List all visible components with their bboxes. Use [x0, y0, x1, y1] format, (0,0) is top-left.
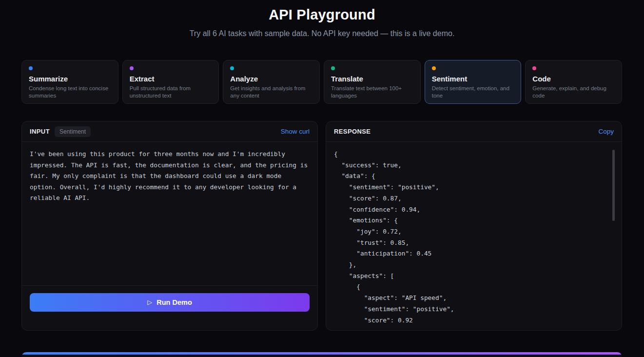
- next-section-gradient-bar: [21, 352, 622, 355]
- next-section-card: [21, 352, 622, 357]
- translate-dot-icon: [331, 66, 335, 70]
- task-card-extract[interactable]: Extract Pull structured data from unstru…: [122, 60, 219, 104]
- task-description: Get insights and analysis from any conte…: [230, 85, 312, 99]
- analyze-dot-icon: [230, 66, 234, 70]
- show-curl-link[interactable]: Show curl: [281, 128, 310, 135]
- response-panel-header: RESPONSE Copy: [326, 121, 622, 142]
- copy-link[interactable]: Copy: [598, 128, 614, 135]
- page-title: API Playground: [0, 7, 644, 23]
- task-title: Sentiment: [432, 75, 514, 83]
- api-playground-page: API Playground Try all 6 AI tasks with s…: [0, 0, 644, 357]
- input-body: I've been using this product for three m…: [22, 142, 317, 286]
- panels-row: INPUT Sentiment Show curl I've been usin…: [21, 121, 622, 331]
- code-dot-icon: [532, 66, 536, 70]
- task-description: Translate text between 100+ languages: [331, 85, 413, 99]
- task-description: Condense long text into concise summarie…: [29, 85, 111, 99]
- input-label: INPUT: [30, 128, 50, 135]
- task-card-analyze[interactable]: Analyze Get insights and analysis from a…: [223, 60, 320, 104]
- task-title: Summarize: [29, 75, 111, 83]
- response-json: { "success": true, "data": { "sentiment"…: [334, 149, 614, 326]
- response-label: RESPONSE: [334, 128, 371, 135]
- task-title: Code: [532, 75, 615, 83]
- task-card-translate[interactable]: Translate Translate text between 100+ la…: [324, 60, 421, 104]
- task-badge: Sentiment: [55, 126, 91, 137]
- task-title: Translate: [331, 75, 413, 83]
- sentiment-dot-icon: [432, 66, 436, 70]
- page-subtitle: Try all 6 AI tasks with sample data. No …: [0, 29, 644, 38]
- input-panel-header: INPUT Sentiment Show curl: [22, 121, 317, 142]
- summarize-dot-icon: [29, 66, 33, 70]
- input-panel: INPUT Sentiment Show curl I've been usin…: [21, 121, 318, 331]
- task-title: Extract: [130, 75, 212, 83]
- task-title: Analyze: [230, 75, 312, 83]
- task-card-code[interactable]: Code Generate, explain, and debug code: [525, 60, 622, 104]
- input-footer: ▷ Run Demo: [22, 286, 317, 319]
- task-card-summarize[interactable]: Summarize Condense long text into concis…: [21, 60, 118, 104]
- task-description: Generate, explain, and debug code: [532, 85, 615, 99]
- run-demo-label: Run Demo: [156, 298, 192, 306]
- extract-dot-icon: [130, 66, 134, 70]
- task-card-sentiment[interactable]: Sentiment Detect sentiment, emotion, and…: [425, 60, 522, 104]
- task-card-row: Summarize Condense long text into concis…: [21, 60, 622, 104]
- run-demo-button[interactable]: ▷ Run Demo: [30, 293, 310, 312]
- response-scrollbar[interactable]: [612, 150, 615, 221]
- task-description: Pull structured data from unstructured t…: [130, 85, 212, 99]
- input-textarea[interactable]: I've been using this product for three m…: [30, 149, 310, 278]
- response-panel: RESPONSE Copy { "success": true, "data":…: [326, 121, 622, 331]
- play-icon: ▷: [147, 298, 152, 306]
- task-description: Detect sentiment, emotion, and tone: [432, 85, 514, 99]
- response-body: { "success": true, "data": { "sentiment"…: [326, 142, 622, 331]
